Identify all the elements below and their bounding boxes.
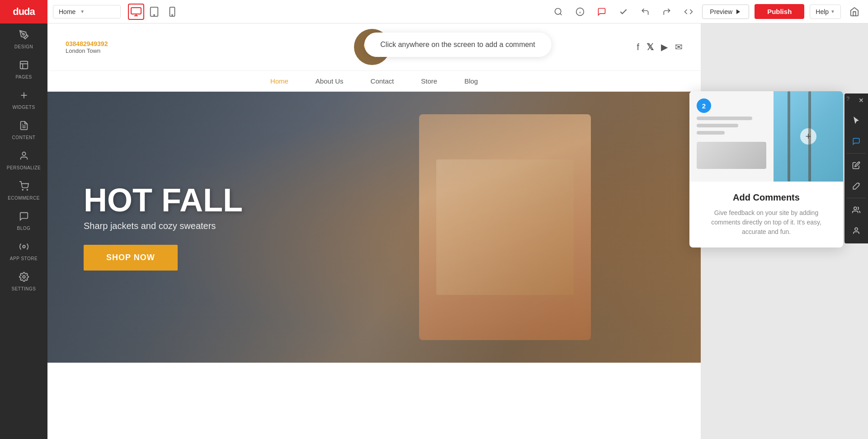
nav-store[interactable]: Store <box>421 77 437 85</box>
design-icon <box>19 30 29 42</box>
svg-point-20 <box>555 8 561 14</box>
sidebar-item-personalize[interactable]: PERSONALIZE <box>0 145 47 175</box>
settings-icon <box>19 272 29 284</box>
sidebar-item-ecommerce[interactable]: ECOMMERCE <box>0 175 47 205</box>
svg-point-10 <box>27 189 28 190</box>
help-label: Help <box>816 8 829 15</box>
hero-subtitle: Sharp jackets and cozy sweaters <box>84 221 243 231</box>
cursor-tool-button[interactable] <box>846 111 866 131</box>
nav-contact[interactable]: Contact <box>371 77 394 85</box>
youtube-icon[interactable]: ▶ <box>661 42 668 52</box>
undo-button[interactable] <box>637 4 653 20</box>
desktop-device-icon[interactable] <box>128 4 144 20</box>
comment-tooltip: Click anywhere on the screen to add a co… <box>364 33 551 57</box>
twitter-icon[interactable]: 𝕏 <box>646 42 654 52</box>
hero-cta-button[interactable]: SHOP NOW <box>84 245 178 271</box>
page-selector[interactable]: Home ▼ <box>53 5 121 19</box>
sidebar-item-design[interactable]: DESIGN <box>0 23 47 54</box>
sidebar-item-settings[interactable]: SETTINGS <box>0 266 47 296</box>
tablet-device-icon[interactable] <box>146 4 162 20</box>
nav-about[interactable]: About Us <box>316 77 344 85</box>
redo-button[interactable] <box>659 4 675 20</box>
question-icon[interactable]: ? <box>846 95 849 102</box>
site-location: London Town <box>66 47 108 54</box>
brush-tool-button[interactable] <box>846 176 866 196</box>
sidebar-pages-label: PAGES <box>15 75 32 79</box>
comments-popup-title: Add Comments <box>700 192 832 203</box>
sidebar-personalize-label: PERSONALIZE <box>7 165 41 170</box>
facebook-icon[interactable]: f <box>637 42 639 52</box>
hero-content: HOT FALL Sharp jackets and cozy sweaters… <box>47 184 243 271</box>
svg-rect-13 <box>131 8 141 14</box>
chevron-down-icon: ▼ <box>80 9 85 14</box>
site-hero: HOT FALL Sharp jackets and cozy sweaters… <box>47 92 701 363</box>
comments-button[interactable] <box>594 4 610 20</box>
sidebar-item-blog[interactable]: BLOG <box>0 205 47 235</box>
checkmark-button[interactable] <box>615 4 632 20</box>
comment-tooltip-text: Click anywhere on the screen to add a co… <box>380 41 535 48</box>
sidebar-appstore-label: APP STORE <box>10 256 38 261</box>
widgets-icon <box>19 90 29 103</box>
sidebar-item-pages[interactable]: PAGES <box>0 54 47 84</box>
mobile-device-icon[interactable] <box>164 4 180 20</box>
sidebar-item-content[interactable]: CONTENT <box>0 114 47 145</box>
svg-point-19 <box>172 14 173 15</box>
edit-tool-button[interactable] <box>846 155 866 175</box>
toolbar-divider <box>847 153 866 154</box>
search-button[interactable] <box>550 4 566 20</box>
svg-point-9 <box>22 189 23 190</box>
blog-icon <box>19 211 29 224</box>
svg-point-12 <box>23 276 25 278</box>
site-contact-info: 038482949392 London Town <box>66 40 108 54</box>
email-icon[interactable]: ✉ <box>675 42 683 52</box>
preview-button[interactable]: Preview <box>702 5 749 19</box>
comments-line-3 <box>697 131 725 135</box>
sidebar: duda DESIGN PAGES WIDGETS CONTENT PERSON… <box>0 0 47 439</box>
svg-point-0 <box>23 33 24 35</box>
users-tool-button[interactable] <box>846 200 866 220</box>
appstore-icon <box>19 242 29 254</box>
svg-point-11 <box>23 245 25 248</box>
info-button[interactable] <box>572 4 588 20</box>
toolbar-divider-2 <box>847 198 866 198</box>
comments-line-1 <box>697 117 752 120</box>
svg-point-26 <box>854 207 857 210</box>
svg-line-21 <box>560 13 562 15</box>
code-button[interactable] <box>680 4 697 20</box>
nav-blog[interactable]: Blog <box>464 77 478 85</box>
main-area: Home ▼ <box>47 0 868 439</box>
nav-home[interactable]: Home <box>270 77 288 85</box>
sidebar-settings-label: SETTINGS <box>11 286 36 291</box>
sidebar-content-label: CONTENT <box>12 135 36 140</box>
comment-tool-button[interactable] <box>846 131 866 151</box>
topbar: Home ▼ <box>47 0 868 23</box>
pages-icon <box>19 60 29 72</box>
canvas-area[interactable]: Click anywhere on the screen to add a co… <box>47 23 868 439</box>
sidebar-blog-label: BLOG <box>17 226 31 231</box>
ecommerce-icon <box>19 181 29 193</box>
sidebar-logo[interactable]: duda <box>0 0 47 23</box>
svg-point-8 <box>22 152 25 155</box>
content-icon <box>19 121 29 133</box>
home-button[interactable] <box>846 4 863 20</box>
more-users-tool-button[interactable] <box>846 221 866 241</box>
close-icon[interactable]: ✕ <box>856 95 866 105</box>
comments-line-2 <box>697 124 738 127</box>
site-social-icons: f 𝕏 ▶ ✉ <box>637 42 683 52</box>
sidebar-item-appstore[interactable]: APP STORE <box>0 235 47 266</box>
help-chevron-icon: ▼ <box>830 9 835 14</box>
comments-popup-description: Give feedback on your site by adding com… <box>700 208 832 237</box>
comments-popup-preview: 2 + <box>689 91 843 182</box>
comments-popup: 2 + Add Comments Give feedback on your s… <box>689 91 843 248</box>
website-preview: 038482949392 London Town 🍕 f 𝕏 ▶ ✉ Home <box>47 23 701 439</box>
sidebar-design-label: DESIGN <box>14 44 33 49</box>
publish-button[interactable]: Publish <box>755 4 804 19</box>
sidebar-item-widgets[interactable]: WIDGETS <box>0 84 47 114</box>
help-button[interactable]: Help ▼ <box>810 5 841 19</box>
site-nav: Home About Us Contact Store Blog <box>47 71 701 92</box>
svg-rect-1 <box>20 61 28 69</box>
svg-marker-25 <box>736 9 740 14</box>
device-icons <box>128 4 180 20</box>
preview-label: Preview <box>710 8 732 15</box>
sidebar-widgets-label: WIDGETS <box>12 105 35 110</box>
